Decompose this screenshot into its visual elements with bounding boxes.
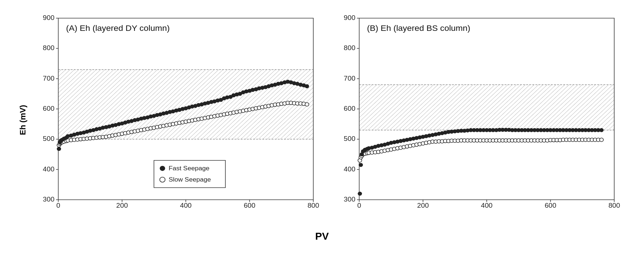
svg-point-310 [359, 163, 363, 167]
charts-row: Eh (mV) 30040050060070080090002004006008… [15, 7, 629, 228]
chart-panel-a: 3004005006007008009000200400600800(A) Eh… [31, 7, 325, 219]
chart-svg-a: 3004005006007008009000200400600800(A) Eh… [31, 7, 325, 218]
chart-svg-b: 3004005006007008009000200400600800(B) Eh… [332, 7, 626, 218]
svg-text:0: 0 [357, 202, 361, 209]
chart-panel-b: 3004005006007008009000200400600800(B) Eh… [332, 7, 626, 219]
svg-text:200: 200 [116, 202, 128, 209]
svg-point-388 [600, 128, 604, 132]
main-container: Eh (mV) 30040050060070080090002004006008… [0, 0, 644, 264]
svg-text:300: 300 [43, 196, 55, 203]
svg-text:400: 400 [344, 165, 355, 172]
y-axis-label: Eh (mV) [15, 15, 28, 225]
svg-point-308 [600, 138, 604, 142]
svg-text:600: 600 [344, 105, 355, 112]
svg-text:800: 800 [344, 44, 355, 52]
svg-text:800: 800 [43, 44, 55, 52]
svg-text:0: 0 [56, 202, 60, 209]
svg-text:200: 200 [417, 202, 429, 209]
svg-text:700: 700 [344, 74, 355, 82]
svg-text:700: 700 [43, 74, 55, 82]
svg-point-193 [305, 85, 309, 88]
svg-text:500: 500 [43, 135, 55, 142]
svg-text:Slow Seepage: Slow Seepage [169, 176, 211, 183]
svg-text:400: 400 [180, 202, 192, 209]
x-axis-label: PV [15, 231, 629, 242]
svg-text:(B) Eh (layered BS column): (B) Eh (layered BS column) [367, 24, 470, 33]
svg-text:900: 900 [43, 14, 55, 21]
svg-text:Fast Seepage: Fast Seepage [169, 165, 209, 171]
svg-text:500: 500 [344, 135, 355, 142]
chart-area: 3004005006007008009000200400600800(A) Eh… [28, 7, 629, 219]
svg-point-195 [160, 166, 165, 171]
svg-point-112 [57, 147, 61, 151]
svg-point-197 [160, 177, 165, 182]
svg-point-111 [305, 103, 309, 106]
svg-text:300: 300 [344, 196, 355, 203]
svg-text:800: 800 [608, 202, 620, 209]
svg-text:400: 400 [481, 202, 492, 209]
svg-text:(A) Eh (layered DY column): (A) Eh (layered DY column) [66, 24, 170, 33]
svg-point-309 [358, 192, 362, 195]
svg-rect-200 [359, 85, 614, 130]
svg-text:800: 800 [307, 202, 319, 209]
svg-text:600: 600 [545, 202, 556, 209]
svg-text:600: 600 [244, 202, 255, 209]
svg-text:400: 400 [43, 165, 55, 172]
svg-text:900: 900 [344, 14, 355, 21]
svg-text:600: 600 [43, 105, 55, 112]
